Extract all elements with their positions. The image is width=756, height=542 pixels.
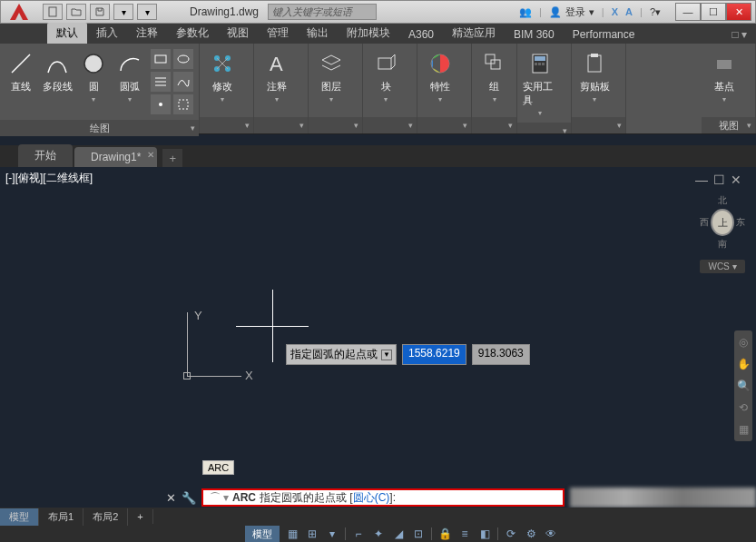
- ribbon-tab-annotate[interactable]: 注释: [127, 23, 167, 44]
- layer-tool[interactable]: 图层▾: [312, 47, 350, 105]
- maximize-button[interactable]: ☐: [701, 3, 726, 21]
- nav-wheel-icon[interactable]: ◎: [736, 336, 751, 349]
- start-tab[interactable]: 开始: [18, 144, 73, 167]
- properties-panel-title[interactable]: [417, 117, 471, 133]
- ribbon-tab-addins[interactable]: 附加模块: [338, 23, 399, 44]
- nav-showmotion-icon[interactable]: ▦: [736, 423, 751, 436]
- dyn-dropdown-icon[interactable]: ▼: [381, 350, 392, 360]
- text-tool[interactable]: A注释▾: [258, 47, 296, 105]
- ribbon-minimize-icon[interactable]: □ ▾: [722, 25, 756, 44]
- group-tool[interactable]: 组▾: [476, 47, 513, 105]
- save-icon[interactable]: [90, 4, 110, 20]
- cmdline-custom-icon[interactable]: 🔧: [180, 488, 198, 507]
- hatch-tool[interactable]: [151, 72, 171, 92]
- ribbon-tab-a360[interactable]: A360: [399, 25, 443, 44]
- ribbon-tab-bim360[interactable]: BIM 360: [505, 25, 564, 44]
- new-icon[interactable]: [43, 4, 63, 20]
- close-tab-icon[interactable]: ✕: [147, 150, 154, 160]
- vp-minimize-icon[interactable]: —: [695, 172, 708, 187]
- nav-orbit-icon[interactable]: ⟲: [736, 401, 751, 414]
- annotate-panel-title[interactable]: [254, 117, 308, 133]
- modify-panel-title[interactable]: [200, 117, 253, 133]
- line-tool[interactable]: 直线: [4, 47, 38, 95]
- search-input[interactable]: 键入关键字或短语: [268, 4, 377, 20]
- ribbon-tab-performance[interactable]: Performance: [564, 25, 644, 44]
- region-tool[interactable]: [173, 94, 193, 114]
- block-panel-title[interactable]: [363, 117, 417, 133]
- osnap-toggle-icon[interactable]: ⊡: [411, 527, 426, 541]
- ribbon-tab-output[interactable]: 输出: [298, 23, 338, 44]
- wcs-dropdown[interactable]: WCS ▾: [700, 260, 745, 273]
- ribbon-tab-featured[interactable]: 精选应用: [443, 23, 505, 44]
- exchange-a-icon[interactable]: A: [625, 6, 633, 17]
- app-logo[interactable]: [1, 0, 37, 24]
- lineweight-icon[interactable]: ≡: [457, 527, 472, 541]
- group-panel-title[interactable]: [472, 117, 516, 133]
- modify-tool[interactable]: 修改▾: [203, 47, 241, 105]
- layout2-tab[interactable]: 布局2: [83, 508, 128, 526]
- arc-tool[interactable]: 圆弧▾: [113, 47, 147, 105]
- dynamic-y-input[interactable]: 918.3063: [472, 344, 530, 365]
- workspace-icon[interactable]: ⚙: [524, 527, 538, 541]
- viewport-label[interactable]: [-][俯视][二维线框]: [5, 171, 93, 186]
- cycling-icon[interactable]: ⟳: [504, 527, 518, 541]
- exchange-x-icon[interactable]: X: [612, 6, 618, 17]
- ribbon-tab-insert[interactable]: 插入: [87, 23, 127, 44]
- vp-restore-icon[interactable]: ☐: [713, 172, 725, 187]
- saveas-icon[interactable]: ▾: [113, 4, 133, 20]
- isodraft-icon[interactable]: ◢: [391, 527, 406, 541]
- layer-panel-title[interactable]: [309, 117, 362, 133]
- ribbon-tab-default[interactable]: 默认: [47, 23, 87, 44]
- ribbon-tab-manage[interactable]: 管理: [258, 23, 298, 44]
- nav-zoom-icon[interactable]: 🔍: [736, 379, 751, 392]
- polyline-tool[interactable]: 多段线: [40, 47, 74, 95]
- active-drawing-tab[interactable]: Drawing1*✕: [74, 147, 157, 167]
- util-panel-title[interactable]: [517, 123, 571, 133]
- minimize-button[interactable]: —: [675, 3, 701, 21]
- transparency-icon[interactable]: ◧: [477, 527, 492, 541]
- qat-more-icon[interactable]: ▾: [137, 4, 157, 20]
- clipboard-tool[interactable]: 剪贴板▾: [575, 47, 614, 105]
- model-space-button[interactable]: 模型: [245, 526, 280, 542]
- more-icon[interactable]: ▾: [325, 527, 339, 541]
- infocenter-icon[interactable]: 👥: [519, 6, 532, 18]
- model-tab[interactable]: 模型: [0, 508, 39, 526]
- ortho-toggle-icon[interactable]: ⌐: [351, 527, 366, 541]
- spline-tool[interactable]: [173, 72, 193, 92]
- properties-tool[interactable]: 特性▾: [421, 47, 459, 105]
- add-layout-button[interactable]: +: [128, 509, 152, 524]
- draw-panel-title[interactable]: 绘图: [0, 120, 199, 136]
- grid-toggle-icon[interactable]: ▦: [285, 527, 299, 541]
- drawing-viewport[interactable]: [-][俯视][二维线框] — ☐ ✕ 北 西 上 东 南 WCS ▾ ◎ ✋ …: [0, 167, 756, 467]
- login-button[interactable]: 👤 登录 ▾: [549, 5, 594, 19]
- new-tab-button[interactable]: +: [162, 149, 182, 167]
- rect-tool[interactable]: [151, 49, 171, 69]
- ellipse-tool[interactable]: [173, 49, 193, 69]
- circle-tool[interactable]: 圆▾: [76, 47, 111, 105]
- block-tool[interactable]: 块▾: [367, 47, 405, 105]
- vp-close-icon[interactable]: ✕: [731, 172, 741, 187]
- clipboard-panel: 剪贴板▾: [572, 44, 626, 133]
- nav-pan-icon[interactable]: ✋: [736, 358, 751, 370]
- point-tool[interactable]: [151, 94, 171, 114]
- polar-toggle-icon[interactable]: ✦: [371, 527, 386, 541]
- dynamic-x-input[interactable]: 1558.6219: [402, 344, 466, 365]
- layout1-tab[interactable]: 布局1: [39, 508, 83, 526]
- cmdline-close-icon[interactable]: ✕: [162, 488, 180, 507]
- command-line[interactable]: ⌒ ▾ ARC 指定圆弧的起点或 [圆心(C)]:: [201, 488, 565, 507]
- annoscale-icon[interactable]: 🔒: [437, 527, 452, 541]
- view-cube[interactable]: 北 西 上 东 南 WCS ▾: [700, 194, 745, 273]
- close-button[interactable]: ✕: [726, 3, 751, 21]
- view-panel-title[interactable]: 视图: [702, 117, 755, 133]
- util-tool[interactable]: 实用工具▾: [521, 47, 559, 119]
- help-icon[interactable]: ?▾: [650, 6, 661, 18]
- ribbon-tab-param[interactable]: 参数化: [167, 23, 218, 44]
- isolate-icon[interactable]: 👁: [544, 527, 558, 541]
- svg-text:A: A: [270, 53, 283, 75]
- clipboard-panel-title[interactable]: [572, 117, 625, 133]
- open-icon[interactable]: [66, 4, 86, 20]
- snap-toggle-icon[interactable]: ⊞: [305, 527, 319, 541]
- viewcube-top[interactable]: 上: [711, 209, 734, 236]
- view-base-tool[interactable]: 基点▾: [705, 47, 743, 105]
- ribbon-tab-view[interactable]: 视图: [218, 23, 258, 44]
